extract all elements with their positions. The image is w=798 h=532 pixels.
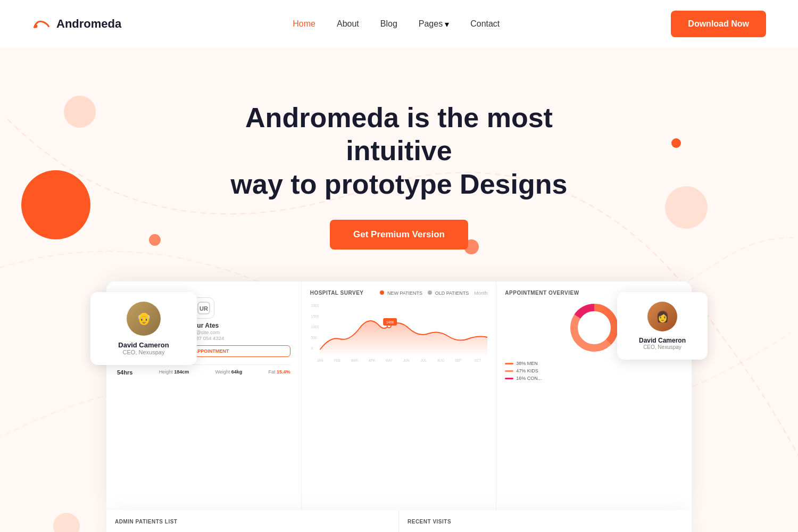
col-no: NO. bbox=[115, 530, 134, 532]
patient-avatar-right: 👩 bbox=[647, 302, 677, 331]
legend-label-men: 38% MEN bbox=[516, 361, 538, 366]
patient-avatar-right-icon: 👩 bbox=[656, 310, 669, 323]
patients-table-panel: ADMIN PATIENTS LIST NO. NAME ASSIGNED DO… bbox=[106, 510, 399, 532]
ur-icon: UR bbox=[197, 301, 211, 315]
nav-item-home[interactable]: Home bbox=[293, 19, 315, 29]
dashboard-preview-wrapper: 👴 David Cameron CEO, Nexuspay 👩 David Ca… bbox=[106, 281, 692, 532]
svg-text:1466: 1466 bbox=[386, 320, 394, 324]
brand-name: Andromeda bbox=[56, 17, 121, 31]
navbar: Andromeda Home About Blog Pages ▾ Contac… bbox=[0, 0, 798, 48]
patient-avatar-main: 👴 bbox=[127, 302, 161, 336]
legend-dot-new bbox=[380, 290, 384, 295]
recent-visits-panel: RECENT VISITS 08:34AM02.AUG.2019 Dr. The… bbox=[399, 510, 692, 532]
nav-item-contact[interactable]: Contact bbox=[470, 19, 500, 29]
svg-text:500: 500 bbox=[311, 336, 317, 339]
patient-avatar-icon: 👴 bbox=[137, 312, 151, 326]
nav-link-about[interactable]: About bbox=[337, 19, 359, 28]
svg-text:0: 0 bbox=[311, 346, 313, 350]
chart-title: HOSPITAL SURVEY bbox=[310, 290, 364, 296]
appointment-donut-chart bbox=[568, 301, 621, 354]
svg-text:JAN: JAN bbox=[317, 359, 323, 362]
legend-color-men bbox=[505, 363, 513, 364]
recent-visits-title: RECENT VISITS bbox=[408, 519, 683, 525]
deco-circle-5 bbox=[53, 513, 80, 532]
nav-link-home[interactable]: Home bbox=[293, 19, 315, 28]
svg-text:FEB: FEB bbox=[334, 359, 340, 362]
legend-color-con bbox=[505, 378, 513, 379]
chart-header: HOSPITAL SURVEY NEW PATIENTS OLD PATIENT… bbox=[310, 290, 488, 296]
brand-logo-icon bbox=[32, 16, 51, 31]
legend-item-men: 38% MEN bbox=[505, 361, 542, 366]
legend-old-patients: OLD PATIENTS bbox=[428, 290, 469, 296]
deco-circle-1 bbox=[64, 96, 96, 128]
donut-legend: 38% MEN 47% KIDS 16% CON... bbox=[505, 361, 542, 381]
nav-link-blog[interactable]: Blog bbox=[380, 19, 397, 28]
svg-point-0 bbox=[34, 24, 37, 28]
stat-fat: Fat 15.4% bbox=[269, 369, 290, 376]
visit-row: 08:34AM02.AUG.2019 Dr. Theodore Handle D… bbox=[408, 530, 683, 532]
col-date: DATE OF ADMIT bbox=[262, 530, 317, 532]
visits-list: 08:34AM02.AUG.2019 Dr. Theodore Handle D… bbox=[408, 530, 683, 532]
col-disease: DISEASE bbox=[317, 530, 351, 532]
nav-item-blog[interactable]: Blog bbox=[380, 19, 397, 29]
hero-section: Andromeda is the most intuitive way to p… bbox=[0, 48, 798, 532]
dashboard-bottom-panel: ADMIN PATIENTS LIST NO. NAME ASSIGNED DO… bbox=[106, 510, 692, 532]
col-name: NAME bbox=[134, 530, 195, 532]
chart-legend: NEW PATIENTS OLD PATIENTS Month bbox=[380, 290, 487, 296]
patients-table-title: ADMIN PATIENTS LIST bbox=[115, 519, 390, 525]
deco-circle-3 bbox=[671, 138, 681, 148]
legend-item-kids: 47% KIDS bbox=[505, 368, 542, 373]
nav-link-pages[interactable]: Pages bbox=[419, 19, 443, 29]
patient-name-right: David Cameron bbox=[628, 337, 697, 344]
patient-name: David Cameron bbox=[101, 341, 186, 349]
donut-title: APPOINTMENT OVERVIEW bbox=[505, 290, 579, 296]
legend-dot-old bbox=[428, 290, 432, 295]
svg-text:JUL: JUL bbox=[420, 359, 426, 362]
legend-label-kids: 47% KIDS bbox=[516, 368, 538, 373]
col-doctor: ASSIGNED DOCTOR bbox=[196, 530, 263, 532]
svg-text:AUG: AUG bbox=[437, 359, 444, 362]
nav-menu: Home About Blog Pages ▾ Contact bbox=[293, 19, 500, 29]
patient-role-right: CEO, Nexuspay bbox=[628, 344, 697, 350]
svg-text:UR: UR bbox=[200, 305, 208, 312]
legend-color-kids bbox=[505, 370, 513, 372]
nav-item-about[interactable]: About bbox=[337, 19, 359, 29]
svg-text:JUN: JUN bbox=[403, 359, 410, 362]
stat-weight: Weight 64kg bbox=[215, 369, 242, 376]
patient-stats-row: 54hrs Height 184cm Weight 64kg Fat 15.4% bbox=[117, 364, 290, 376]
stat-height: Height 184cm bbox=[159, 369, 189, 376]
floating-patient-card-left: 👴 David Cameron CEO, Nexuspay bbox=[90, 292, 197, 365]
hero-cta-wrapper: Get Premium Version bbox=[21, 220, 777, 250]
nav-link-contact[interactable]: Contact bbox=[470, 19, 500, 28]
svg-text:2000: 2000 bbox=[311, 304, 319, 307]
svg-text:MAR: MAR bbox=[351, 359, 358, 362]
download-button[interactable]: Download Now bbox=[671, 11, 766, 37]
stat-hours: 54hrs bbox=[117, 369, 132, 376]
chart-panel: HOSPITAL SURVEY NEW PATIENTS OLD PATIENT… bbox=[302, 281, 497, 510]
svg-text:1000: 1000 bbox=[311, 325, 319, 329]
svg-text:OCT: OCT bbox=[474, 359, 481, 362]
patients-data-table: NO. NAME ASSIGNED DOCTOR DATE OF ADMIT D… bbox=[115, 530, 390, 532]
svg-text:1500: 1500 bbox=[311, 314, 319, 318]
svg-text:MAY: MAY bbox=[386, 359, 393, 362]
brand: Andromeda bbox=[32, 16, 121, 31]
legend-item-con: 16% CON... bbox=[505, 376, 542, 381]
chart-period: Month bbox=[474, 290, 487, 296]
get-premium-button[interactable]: Get Premium Version bbox=[330, 220, 468, 250]
nav-item-pages[interactable]: Pages ▾ bbox=[419, 19, 449, 29]
svg-text:APR: APR bbox=[368, 359, 375, 362]
floating-patient-card-right: 👩 David Cameron CEO, Nexuspay bbox=[617, 292, 708, 360]
svg-text:SEP: SEP bbox=[455, 359, 461, 362]
patient-role: CEO, Nexuspay bbox=[101, 349, 186, 355]
legend-label-con: 16% CON... bbox=[516, 376, 542, 381]
col-room: ROOM NO. bbox=[351, 530, 390, 532]
chevron-down-icon: ▾ bbox=[445, 19, 449, 29]
hero-title: Andromeda is the most intuitive way to p… bbox=[213, 101, 585, 201]
hospital-survey-chart: 2000 1500 1000 500 0 bbox=[310, 299, 488, 368]
legend-new-patients: NEW PATIENTS bbox=[380, 290, 422, 296]
